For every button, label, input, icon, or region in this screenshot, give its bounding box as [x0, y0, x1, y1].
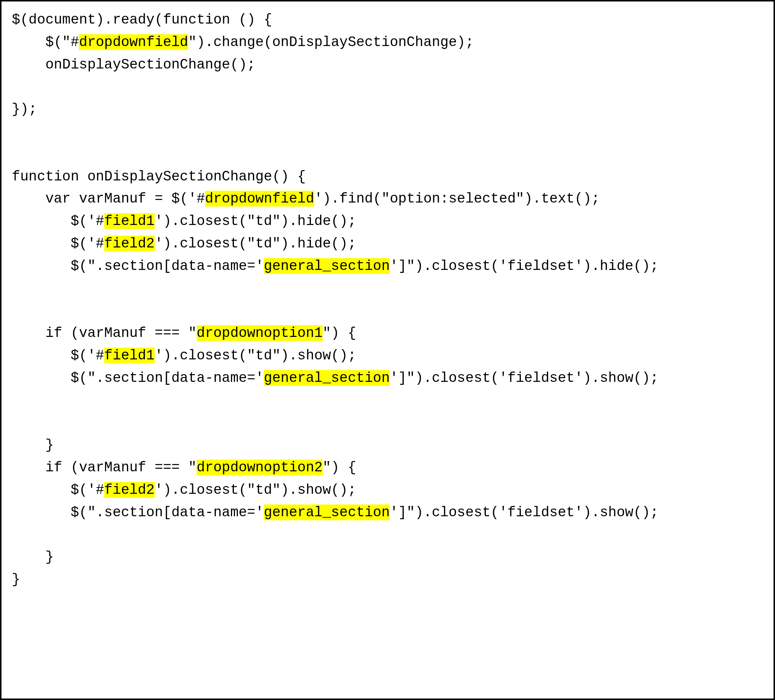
highlighted-identifier: general_section	[264, 504, 390, 520]
highlighted-identifier: field1	[104, 348, 155, 363]
code-line: $(document).ready(function () {	[12, 9, 763, 31]
code-line	[12, 389, 763, 412]
code-line	[12, 76, 763, 98]
code-line: function onDisplaySectionChange() {	[12, 166, 763, 188]
code-line: $(".section[data-name='general_section']…	[12, 255, 763, 278]
highlighted-identifier: field2	[104, 236, 155, 251]
code-line: }	[12, 546, 763, 569]
code-line	[12, 278, 763, 300]
code-line: if (varManuf === "dropdownoption2") {	[12, 457, 763, 479]
highlighted-identifier: dropdownoption1	[197, 325, 323, 341]
code-line: if (varManuf === "dropdownoption1") {	[12, 322, 763, 345]
code-line	[12, 412, 763, 434]
code-line: $('#field1').closest("td").show();	[12, 345, 763, 367]
code-line	[12, 300, 763, 322]
highlighted-identifier: general_section	[264, 258, 390, 274]
code-line: $('#field2').closest("td").hide();	[12, 233, 763, 255]
highlighted-identifier: dropdownfield	[205, 191, 314, 206]
code-line: });	[12, 98, 763, 121]
code-line: $(".section[data-name='general_section']…	[12, 367, 763, 389]
code-line	[12, 524, 763, 546]
highlighted-identifier: general_section	[264, 370, 390, 386]
code-line: $(".section[data-name='general_section']…	[12, 502, 763, 524]
code-snippet-frame: $(document).ready(function () { $("#drop…	[0, 0, 775, 700]
code-line: }	[12, 434, 763, 457]
highlighted-identifier: field1	[104, 213, 155, 229]
code-line: }	[12, 569, 763, 591]
highlighted-identifier: field2	[104, 482, 155, 498]
code-line	[12, 121, 763, 143]
code-line: onDisplaySectionChange();	[12, 54, 763, 76]
code-line: $('#field2').closest("td").show();	[12, 479, 763, 502]
code-line: var varManuf = $('#dropdownfield').find(…	[12, 188, 763, 210]
code-line: $('#field1').closest("td").hide();	[12, 210, 763, 233]
code-line: $("#dropdownfield").change(onDisplaySect…	[12, 31, 763, 54]
code-line	[12, 143, 763, 166]
highlighted-identifier: dropdownoption2	[197, 459, 323, 476]
highlighted-identifier: dropdownfield	[79, 34, 188, 50]
